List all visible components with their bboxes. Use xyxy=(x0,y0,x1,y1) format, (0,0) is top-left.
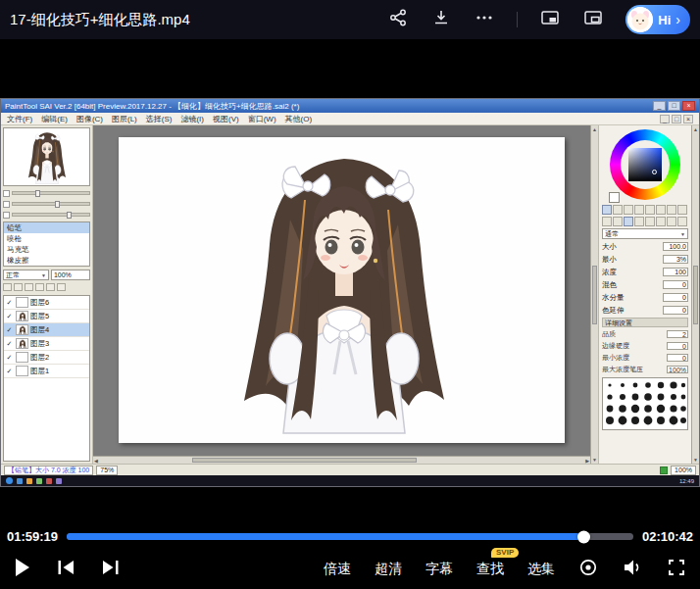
layer-name: 图层1 xyxy=(30,367,49,376)
navigator-artwork xyxy=(9,129,85,184)
previous-episode-button[interactable] xyxy=(56,559,75,580)
layer-blend-row: 正常▼ 100% xyxy=(3,270,90,280)
fullscreen-button[interactable] xyxy=(667,558,686,581)
param-value: 0 xyxy=(663,306,688,315)
next-episode-button[interactable] xyxy=(101,559,121,580)
param-label: 混色 xyxy=(602,280,617,290)
navigator-thumbnail xyxy=(3,127,90,186)
scroll-left-icon: ◀ xyxy=(94,458,98,464)
next-icon xyxy=(101,559,121,580)
tool-button xyxy=(677,217,687,226)
seek-bar[interactable] xyxy=(67,533,633,540)
param-value: 0 xyxy=(663,280,688,289)
layer-name: 图层4 xyxy=(30,325,49,335)
doc-maximize-icon: □ xyxy=(672,115,681,123)
color-swatch xyxy=(3,201,10,208)
slider-handle xyxy=(55,201,60,208)
detail-setting-row: 品质2 xyxy=(602,329,688,339)
miniplayer-button[interactable] xyxy=(582,9,604,30)
video-area[interactable]: PaintTool SAI Ver.2 [64bit] Preview.2017… xyxy=(0,39,700,524)
param-value: 3% xyxy=(663,255,688,264)
episodes-button[interactable]: 选集 xyxy=(527,561,555,578)
layer-name: 图层2 xyxy=(30,353,49,363)
detail-value: 0 xyxy=(667,342,688,350)
detail-label: 边缘硬度 xyxy=(602,341,629,351)
controls-row: 倍速 超清 字幕 SVIP 查找 选集 xyxy=(0,549,700,589)
layer-thumbnail xyxy=(16,311,28,321)
layer-row: ✓图层2 xyxy=(4,351,89,365)
layer-row-selected: ✓图层4 xyxy=(4,323,89,337)
download-button[interactable] xyxy=(430,9,452,30)
tool-button xyxy=(667,205,676,215)
avatar-label: Hi xyxy=(658,13,671,27)
brush-tip-grid xyxy=(602,377,688,430)
brush-mode-select: 通常▼ xyxy=(602,228,688,239)
sai-title-text: PaintTool SAI Ver.2 [64bit] Preview.2017… xyxy=(5,101,299,112)
detail-setting-row: 边缘硬度0 xyxy=(602,341,688,351)
pip-button[interactable] xyxy=(539,9,561,30)
record-button[interactable] xyxy=(578,558,598,581)
slider-handle xyxy=(35,190,40,197)
detail-value: 0 xyxy=(667,354,688,362)
layers-list: ✓图层6 ✓图层5 ✓图层4 ✓图层3 ✓图层2 ✓图层1 xyxy=(3,295,90,462)
layer-thumbnail xyxy=(16,324,28,335)
current-time: 01:59:19 xyxy=(7,529,58,544)
seek-handle[interactable] xyxy=(577,530,590,543)
fullscreen-icon xyxy=(667,558,686,581)
layer-name: 图层5 xyxy=(30,312,49,321)
user-avatar-pill[interactable]: Hi › xyxy=(625,5,690,34)
avatar xyxy=(627,7,653,32)
player-menu: 倍速 超清 字幕 SVIP 查找 选集 xyxy=(324,558,686,581)
menu-other: 其他(O) xyxy=(285,114,313,124)
record-circle-icon xyxy=(578,558,598,581)
color-wheel xyxy=(609,128,681,203)
visibility-check-icon: ✓ xyxy=(5,299,14,307)
layer-tool-button xyxy=(25,283,33,291)
playback-speed-button[interactable]: 倍速 xyxy=(324,561,351,578)
tool-button xyxy=(634,217,644,226)
scroll-right-icon: ▶ xyxy=(585,458,589,464)
sai-window: PaintTool SAI Ver.2 [64bit] Preview.2017… xyxy=(0,98,700,487)
header-actions: Hi › xyxy=(387,5,690,34)
param-value: 100.0 xyxy=(663,242,688,251)
play-button[interactable] xyxy=(14,558,30,581)
tool-button xyxy=(667,217,676,226)
find-button[interactable]: SVIP 查找 xyxy=(476,561,504,578)
sai-window-buttons: _ □ × xyxy=(653,101,695,111)
layer-thumbnail xyxy=(16,297,28,308)
blend-mode-value: 正常 xyxy=(6,270,20,280)
menu-filter: 滤镜(I) xyxy=(180,114,204,124)
detail-setting-row: 最小浓度0 xyxy=(602,353,688,363)
layer-tool-button xyxy=(14,283,23,291)
color-swatch xyxy=(3,190,10,197)
foreground-color-swatch xyxy=(609,192,620,203)
find-label: 查找 xyxy=(476,561,504,576)
more-button[interactable] xyxy=(474,9,495,30)
brush-param-row: 水分量0 xyxy=(602,292,688,303)
taskbar-app-icon xyxy=(26,478,32,484)
layer-row: ✓图层1 xyxy=(4,365,89,378)
param-label: 大小 xyxy=(602,242,617,252)
canvas xyxy=(119,137,565,443)
dropdown-arrow-icon: ▼ xyxy=(41,272,46,278)
color-slider-row xyxy=(3,200,90,208)
menu-window: 窗口(W) xyxy=(248,114,276,124)
menu-layer: 图层(L) xyxy=(112,114,137,124)
zoom-level: 75% xyxy=(96,466,118,475)
tool-item: 铅笔 xyxy=(4,222,89,233)
volume-button[interactable] xyxy=(622,558,643,581)
status-indicator-icon xyxy=(660,466,668,474)
picture-in-picture-icon xyxy=(540,8,560,31)
vertical-scrollbar: ▲ ▼ xyxy=(590,125,598,464)
scroll-up-icon: ▲ xyxy=(592,126,597,132)
menu-view: 视图(V) xyxy=(213,114,239,124)
layer-tool-button xyxy=(3,283,12,291)
detail-value: 100% xyxy=(667,366,688,373)
share-button[interactable] xyxy=(387,9,409,30)
tool-button xyxy=(634,205,644,215)
tool-button xyxy=(656,217,666,226)
subtitle-button[interactable]: 字幕 xyxy=(425,561,453,578)
layer-name: 图层6 xyxy=(30,298,49,308)
quality-button[interactable]: 超清 xyxy=(375,561,402,578)
layer-toolbar xyxy=(3,283,90,292)
